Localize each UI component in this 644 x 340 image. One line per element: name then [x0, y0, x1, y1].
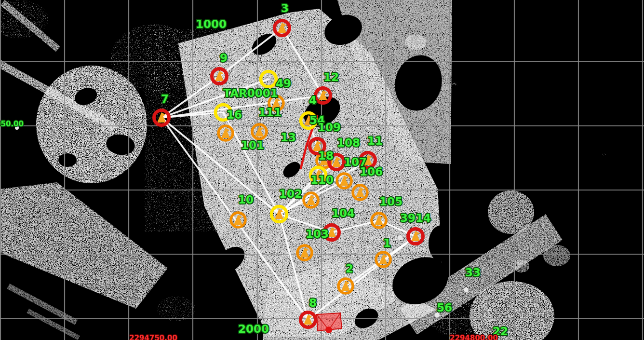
- reference-sphere: [398, 235, 402, 240]
- easting-coordinate-label: 2294800.00: [450, 334, 498, 340]
- point-cloud-region: [488, 190, 534, 234]
- point-cloud-sparse-region: [157, 296, 195, 321]
- station-label-104: 104: [332, 207, 355, 219]
- station-label-33: 33: [465, 266, 481, 279]
- point-cloud-region: [514, 260, 529, 272]
- station-label-9: 9: [220, 52, 228, 64]
- station-label-3914: 3914: [400, 212, 431, 224]
- pointcloud-scene[interactable]: 6 31000949TAR000171611112454109131081118…: [0, 0, 644, 340]
- station-label-2: 2: [346, 262, 353, 275]
- station-label-105: 105: [379, 195, 402, 208]
- station-label-16: 16: [227, 109, 242, 121]
- station-label-49: 49: [276, 77, 291, 90]
- scanner-position-dot[interactable]: [325, 326, 332, 333]
- station-label-tar0001: TAR0001: [223, 87, 278, 99]
- point-cloud-sparse-region: [602, 153, 606, 156]
- reference-sphere: [464, 287, 469, 292]
- point-cloud-sparse-region: [111, 24, 198, 92]
- station-label-111: 111: [258, 106, 282, 119]
- station-label-12: 12: [323, 71, 339, 83]
- station-label-102: 102: [279, 188, 302, 200]
- station-label-1000: 1000: [196, 18, 227, 30]
- station-label-106: 106: [360, 165, 383, 178]
- station-label-3: 3: [281, 2, 289, 14]
- station-label-18: 18: [318, 150, 334, 162]
- point-cloud-sparse-region: [452, 81, 458, 86]
- point-cloud-region: [543, 245, 570, 266]
- station-label-110: 110: [310, 174, 334, 186]
- point-cloud-void: [58, 153, 77, 167]
- station-label-101: 101: [241, 139, 264, 151]
- station-label-11: 11: [367, 135, 383, 147]
- northing-coordinate-label: 050.00: [0, 120, 24, 128]
- station-label-103: 103: [306, 228, 329, 240]
- station-label-108: 108: [337, 136, 360, 149]
- point-cloud-region: [405, 35, 426, 50]
- station-label-109: 109: [318, 121, 341, 134]
- station-label-1: 1: [383, 237, 391, 249]
- station-label-2000: 2000: [238, 323, 269, 335]
- station-label-4: 4: [309, 94, 317, 107]
- easting-coordinate-label: 2294750.00: [129, 334, 177, 340]
- station-label-8: 8: [309, 297, 317, 309]
- station-label-13: 13: [281, 131, 296, 144]
- station-label-10: 10: [238, 193, 254, 206]
- station-label-7: 7: [161, 93, 169, 105]
- pointcloud-viewport[interactable]: 6 31000949TAR000171611112454109131081118…: [0, 0, 644, 340]
- station-label-56: 56: [437, 301, 452, 314]
